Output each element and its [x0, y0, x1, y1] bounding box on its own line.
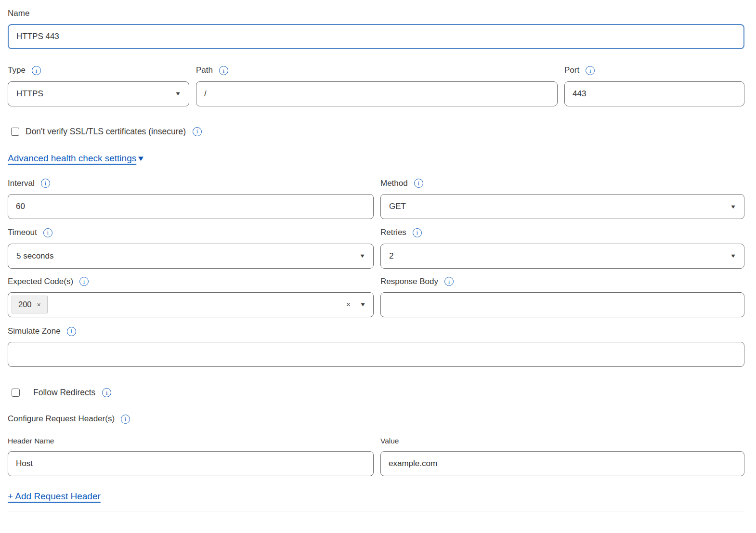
method-select[interactable]: GET ▼	[380, 194, 744, 219]
name-label: Name	[8, 9, 744, 18]
expected-code-tag: 200 ×	[12, 296, 48, 313]
name-input[interactable]	[8, 24, 744, 49]
interval-info-icon[interactable]: i	[41, 179, 50, 188]
follow-redirects-label: Follow Redirects	[33, 388, 95, 398]
tag-remove-icon[interactable]: ×	[37, 301, 41, 309]
timeout-label-text: Timeout	[8, 228, 37, 237]
type-select-value: HTTPS	[16, 89, 43, 99]
simulate-zone-info-icon[interactable]: i	[67, 327, 76, 336]
request-header-row: Header Name Value	[8, 437, 744, 477]
timeout-select-value: 5 seconds	[16, 251, 54, 261]
add-request-header-link[interactable]: + Add Request Header	[8, 491, 101, 502]
header-name-label-text: Header Name	[8, 437, 54, 446]
header-name-label: Header Name	[8, 437, 374, 446]
add-request-header-label: + Add Request Header	[8, 491, 101, 502]
chevron-down-icon: ▼	[730, 253, 737, 259]
path-label-text: Path	[196, 65, 213, 75]
timeout-retries-row: Timeout i 5 seconds ▼ Retries i 2 ▼	[8, 228, 744, 268]
timeout-field-group: Timeout i 5 seconds ▼	[8, 228, 374, 268]
type-info-icon[interactable]: i	[32, 66, 41, 75]
verify-ssl-checkbox[interactable]	[11, 128, 19, 136]
header-value-input[interactable]	[380, 451, 744, 476]
response-body-info-icon[interactable]: i	[444, 277, 454, 286]
follow-redirects-row: Follow Redirects i	[12, 388, 744, 398]
path-info-icon[interactable]: i	[219, 66, 228, 75]
codes-body-row: Expected Code(s) i 200 × × ▼ Response Bo…	[8, 277, 744, 317]
method-select-value: GET	[389, 202, 406, 211]
method-label-text: Method	[380, 179, 408, 188]
chevron-down-icon: ▼	[730, 204, 737, 209]
port-label: Port i	[564, 65, 744, 75]
verify-ssl-label: Don't verify SSL/TLS certificates (insec…	[26, 127, 186, 137]
interval-method-row: Interval i Method i GET ▼	[8, 179, 744, 219]
timeout-info-icon[interactable]: i	[43, 228, 52, 237]
simulate-zone-input[interactable]	[8, 342, 744, 367]
retries-select[interactable]: 2 ▼	[380, 244, 744, 269]
request-headers-section-label: Configure Request Header(s) i	[8, 414, 744, 424]
expected-codes-multiselect[interactable]: 200 × × ▼	[8, 292, 374, 317]
simulate-zone-label-text: Simulate Zone	[8, 326, 61, 336]
response-body-input[interactable]	[380, 292, 744, 317]
path-input[interactable]	[196, 81, 558, 106]
add-request-header-row: + Add Request Header	[8, 491, 744, 502]
timeout-select[interactable]: 5 seconds ▼	[8, 244, 374, 269]
retries-label: Retries i	[380, 228, 744, 237]
retries-label-text: Retries	[380, 228, 406, 237]
advanced-settings-toggle[interactable]: Advanced health check settings ▼	[8, 153, 144, 164]
name-field-group: Name	[8, 9, 744, 49]
timeout-label: Timeout i	[8, 228, 374, 237]
port-info-icon[interactable]: i	[586, 66, 595, 75]
type-label: Type i	[8, 65, 189, 75]
follow-redirects-info-icon[interactable]: i	[102, 388, 111, 397]
path-label: Path i	[196, 65, 558, 75]
expected-codes-label: Expected Code(s) i	[8, 277, 374, 286]
response-body-label-text: Response Body	[380, 277, 438, 286]
section-divider	[8, 511, 744, 511]
interval-input[interactable]	[8, 194, 374, 219]
expected-codes-field-group: Expected Code(s) i 200 × × ▼	[8, 277, 374, 317]
simulate-zone-label: Simulate Zone i	[8, 326, 744, 336]
advanced-settings-toggle-row: Advanced health check settings ▼	[8, 153, 744, 164]
retries-info-icon[interactable]: i	[413, 228, 422, 237]
chevron-down-icon: ▼	[175, 91, 182, 96]
header-value-label-text: Value	[380, 437, 399, 446]
expected-codes-label-text: Expected Code(s)	[8, 277, 73, 286]
interval-label: Interval i	[8, 179, 374, 188]
method-info-icon[interactable]: i	[414, 179, 423, 188]
expected-codes-info-icon[interactable]: i	[79, 277, 89, 286]
request-headers-info-icon[interactable]: i	[121, 415, 130, 424]
verify-ssl-row: Don't verify SSL/TLS certificates (insec…	[11, 127, 744, 137]
header-value-label: Value	[380, 437, 744, 446]
retries-select-value: 2	[389, 251, 393, 261]
response-body-label: Response Body i	[380, 277, 744, 286]
header-name-input[interactable]	[8, 451, 374, 476]
header-name-field-group: Header Name	[8, 437, 374, 477]
chevron-down-icon: ▼	[360, 302, 366, 307]
chevron-down-icon: ▼	[359, 253, 366, 259]
port-input[interactable]	[564, 81, 744, 106]
health-check-form: Name Type i HTTPS ▼ Path i Port i	[0, 0, 756, 533]
advanced-settings-label: Advanced health check settings	[8, 153, 136, 164]
follow-redirects-checkbox[interactable]	[12, 389, 20, 397]
path-field-group: Path i	[196, 65, 558, 106]
method-label: Method i	[380, 179, 744, 188]
name-label-text: Name	[8, 9, 29, 18]
interval-field-group: Interval i	[8, 179, 374, 219]
header-value-field-group: Value	[380, 437, 744, 477]
response-body-field-group: Response Body i	[380, 277, 744, 317]
type-path-port-row: Type i HTTPS ▼ Path i Port i	[8, 65, 744, 106]
clear-selection-icon[interactable]: ×	[346, 300, 351, 309]
chevron-down-icon: ▼	[137, 154, 145, 162]
interval-label-text: Interval	[8, 179, 35, 188]
expected-code-tag-value: 200	[18, 300, 32, 309]
port-field-group: Port i	[564, 65, 744, 106]
verify-ssl-info-icon[interactable]: i	[193, 127, 202, 136]
method-field-group: Method i GET ▼	[380, 179, 744, 219]
simulate-zone-field-group: Simulate Zone i	[8, 326, 744, 367]
type-label-text: Type	[8, 65, 26, 75]
request-headers-section-text: Configure Request Header(s)	[8, 414, 115, 424]
type-field-group: Type i HTTPS ▼	[8, 65, 189, 106]
type-select[interactable]: HTTPS ▼	[8, 81, 189, 106]
retries-field-group: Retries i 2 ▼	[380, 228, 744, 268]
port-label-text: Port	[564, 65, 579, 75]
